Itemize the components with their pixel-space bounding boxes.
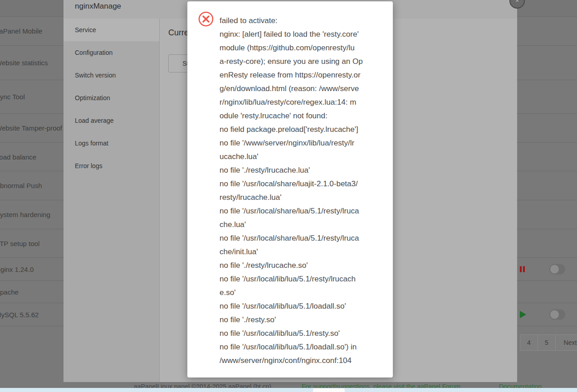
error-dialog: failed to activate:nginx: [alert] failed…	[187, 1, 393, 377]
software-name: Website statistics	[0, 59, 48, 67]
software-name: Abnormal Push	[0, 182, 42, 189]
error-text-line: odule 'resty.lrucache' not found:	[220, 109, 388, 123]
error-text-line: no file './resty.so'	[220, 313, 388, 327]
software-name: Load balance	[0, 153, 36, 160]
error-text-line: module (https://github.com/openresty/lu	[220, 41, 388, 55]
error-text-line: /www/server/nginx/conf/nginx.conf:104	[220, 354, 388, 368]
error-text-line: no file '/usr/local/lib/lua/5.1/resty/lr…	[220, 272, 388, 286]
menu-item-service[interactable]: Service	[64, 19, 159, 41]
error-text-line: no file '/usr/local/lib/lua/5.1/resty.so…	[220, 327, 388, 340]
next-page-button[interactable]: Next	[555, 334, 577, 351]
menu-item-load-average[interactable]: Load average	[64, 109, 159, 132]
error-text-line: no file '/usr/local/share/luajit-2.1.0-b…	[220, 177, 388, 191]
page-4-button[interactable]: 4	[520, 334, 538, 351]
error-text-line: failed to activate:	[220, 14, 388, 28]
screen: aaPanel Mobile Website statistics Sync T…	[0, 0, 577, 392]
error-text-line: enResty release from https://openresty.o…	[220, 68, 388, 82]
error-text-line: ucache.lua'	[220, 150, 388, 164]
software-name: System hardening	[0, 211, 50, 218]
toggle-knob-icon	[550, 265, 559, 273]
taskbar-strip	[0, 388, 577, 392]
error-text-line: a-resty-core); ensure you are using an O…	[220, 55, 388, 68]
nginx-toggle-switch[interactable]	[549, 264, 565, 274]
error-message: failed to activate:nginx: [alert] failed…	[220, 14, 388, 368]
modal-title: nginxManage	[75, 2, 121, 11]
taskbar-item[interactable]	[313, 388, 345, 392]
error-text-line: che/init.lua'	[220, 245, 388, 259]
software-name: Nginx 1.24.0	[0, 265, 34, 273]
error-text-line: no file '/www/server/nginx/lib/lua/resty…	[220, 136, 388, 150]
menu-item-logs-format[interactable]: Logs format	[64, 132, 159, 155]
software-name: aaPanel Mobile	[0, 27, 42, 35]
software-name: Apache	[0, 288, 19, 295]
software-name: FTP setup tool	[0, 239, 39, 247]
menu-item-optimization[interactable]: Optimization	[64, 87, 159, 109]
error-text-line: no file '/usr/local/lib/lua/5.1/loadall.…	[220, 340, 388, 354]
menu-item-switch-version[interactable]: Switch version	[64, 64, 159, 87]
error-text-line: no file '/usr/local/share/lua/5.1/resty/…	[220, 232, 388, 245]
error-text-line: no field package.preload['resty.lrucache…	[220, 123, 388, 136]
page-5-button[interactable]: 5	[538, 334, 556, 351]
toggle-knob-icon	[550, 310, 559, 319]
modal-menu: Service Configuration Switch version Opt…	[64, 19, 160, 382]
error-circle-x-icon	[198, 11, 214, 27]
error-text-line: no file './resty/lrucache.so'	[220, 259, 388, 272]
error-text-line: nginx: [alert] failed to load the 'resty…	[220, 28, 388, 41]
software-name: Sync Tool	[0, 93, 25, 101]
error-text-line: r/nginx/lib/lua/resty/core/regex.lua:14:…	[220, 96, 388, 109]
software-name: Website Tamper-proof	[0, 124, 62, 132]
error-text-line: resty/lrucache.lua'	[220, 191, 388, 204]
menu-item-configuration[interactable]: Configuration	[64, 41, 159, 64]
software-name: MySQL 5.5.62	[0, 310, 39, 318]
error-text-line: no file '/usr/local/lib/lua/5.1/loadall.…	[220, 300, 388, 313]
play-icon[interactable]	[520, 311, 526, 318]
error-text-line: e.so'	[220, 286, 388, 300]
pause-icon[interactable]	[520, 266, 525, 272]
error-text-line: no file './resty/lrucache.lua'	[220, 164, 388, 177]
menu-item-error-logs[interactable]: Error logs	[64, 155, 159, 177]
error-text-line: no file '/usr/local/share/lua/5.1/resty/…	[220, 204, 388, 218]
error-text-line: che.lua'	[220, 218, 388, 232]
mysql-toggle-switch[interactable]	[549, 309, 565, 319]
error-text-line: g/en/download.html (reason: /www/serve	[220, 82, 388, 96]
pagination: 4 5 Next	[520, 334, 577, 351]
